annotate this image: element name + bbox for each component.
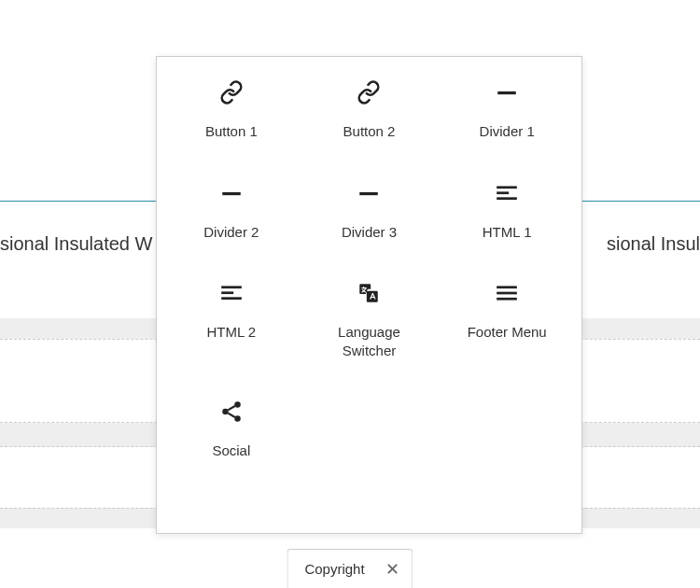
widget-item-button-1[interactable]: Button 1 bbox=[162, 74, 301, 147]
widget-item-language-switcher[interactable]: Language Switcher bbox=[301, 274, 439, 365]
svg-rect-10 bbox=[497, 292, 517, 295]
svg-point-14 bbox=[234, 415, 241, 422]
copyright-chip-label: Copyright bbox=[304, 561, 364, 577]
svg-point-12 bbox=[234, 401, 241, 408]
widget-item-label: Language Switcher bbox=[322, 323, 415, 359]
widget-item-button-2[interactable]: Button 2 bbox=[301, 74, 439, 147]
widget-item-label: Divider 2 bbox=[203, 223, 259, 242]
widget-item-social[interactable]: Social bbox=[162, 393, 301, 466]
svg-rect-6 bbox=[221, 286, 242, 288]
widget-item-label: HTML 1 bbox=[483, 223, 532, 242]
svg-rect-2 bbox=[360, 191, 379, 194]
widget-item-label: Button 2 bbox=[343, 122, 396, 141]
widget-item-footer-menu[interactable]: Footer Menu bbox=[438, 274, 576, 365]
widget-item-label: Social bbox=[212, 441, 250, 460]
svg-rect-1 bbox=[222, 191, 241, 194]
divider-icon bbox=[356, 180, 382, 206]
html-icon bbox=[218, 280, 245, 306]
language-icon bbox=[356, 280, 382, 306]
widget-item-label: HTML 2 bbox=[206, 323, 256, 342]
svg-point-13 bbox=[222, 409, 229, 415]
svg-rect-5 bbox=[497, 197, 517, 200]
close-icon[interactable]: ✕ bbox=[385, 561, 399, 578]
svg-rect-7 bbox=[221, 291, 233, 294]
widget-picker-scroll[interactable]: Button 1 Button 2 Divider 1 Divider 2 bbox=[157, 57, 581, 533]
widget-item-html-2[interactable]: HTML 2 bbox=[162, 274, 301, 365]
svg-rect-4 bbox=[497, 191, 509, 194]
link-icon bbox=[356, 79, 382, 105]
svg-rect-9 bbox=[497, 286, 517, 288]
widget-item-label: Divider 1 bbox=[480, 122, 535, 141]
html-icon bbox=[494, 180, 520, 206]
social-icon bbox=[218, 399, 245, 425]
divider-icon bbox=[218, 180, 245, 206]
widget-item-html-1[interactable]: HTML 1 bbox=[438, 175, 576, 247]
copyright-chip[interactable]: Copyright ✕ bbox=[287, 549, 413, 588]
link-icon bbox=[218, 79, 245, 105]
svg-rect-11 bbox=[497, 298, 517, 301]
widget-item-divider-2[interactable]: Divider 2 bbox=[162, 175, 301, 247]
divider-icon bbox=[494, 79, 520, 105]
widget-item-label: Footer Menu bbox=[468, 323, 547, 342]
widget-item-divider-1[interactable]: Divider 1 bbox=[438, 74, 576, 147]
svg-rect-8 bbox=[221, 297, 242, 300]
widget-grid: Button 1 Button 2 Divider 1 Divider 2 bbox=[162, 74, 576, 466]
widget-item-divider-3[interactable]: Divider 3 bbox=[301, 175, 439, 247]
menu-icon bbox=[494, 280, 520, 306]
svg-rect-3 bbox=[497, 186, 517, 189]
bg-text-fragment-left: sional Insulated W bbox=[0, 233, 152, 255]
widget-item-label: Divider 3 bbox=[342, 223, 397, 242]
svg-rect-0 bbox=[497, 91, 516, 94]
widget-item-label: Button 1 bbox=[205, 122, 258, 141]
widget-picker-dropdown: Button 1 Button 2 Divider 1 Divider 2 bbox=[156, 56, 582, 534]
bg-text-fragment-right: sional Insul bbox=[607, 233, 700, 255]
